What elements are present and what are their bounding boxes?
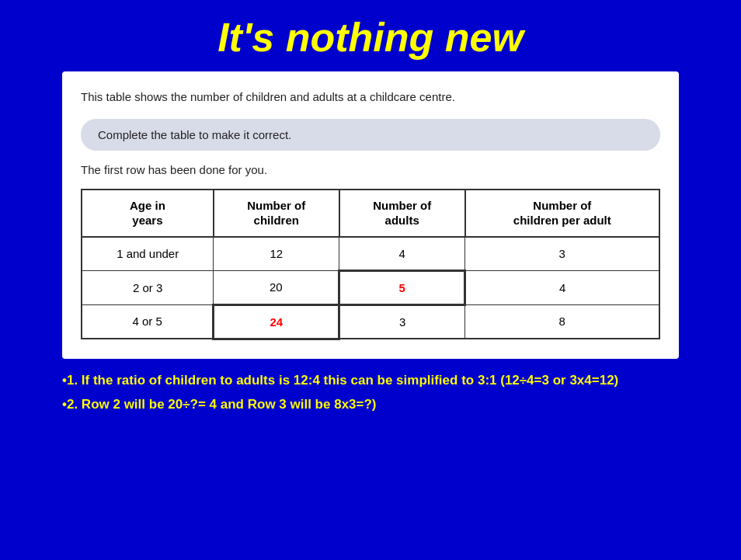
cell-age-3: 4 or 5 — [82, 304, 214, 339]
instruction-text: Complete the table to make it correct. — [98, 128, 291, 141]
cell-age-2: 2 or 3 — [82, 270, 214, 304]
cell-per-adult-1: 3 — [465, 237, 659, 271]
cell-children-3-highlight: 24 — [214, 304, 339, 339]
cell-age-1: 1 and under — [82, 237, 214, 271]
table-row: 2 or 3 20 5 4 — [82, 270, 659, 304]
table-row: 4 or 5 24 3 8 — [82, 304, 659, 339]
instruction-box: Complete the table to make it correct. — [81, 119, 660, 151]
col-header-adults: Number ofadults — [339, 190, 465, 237]
col-header-children: Number ofchildren — [214, 190, 339, 237]
page-title: It's nothing new — [0, 0, 741, 71]
first-row-note: The first row has been done for you. — [81, 163, 660, 176]
cell-per-adult-2: 4 — [465, 270, 659, 304]
cell-adults-2-highlight: 5 — [339, 270, 465, 304]
note-1: •1. If the ratio of children to adults i… — [62, 370, 679, 391]
note-2: •2. Row 2 will be 20÷?= 4 and Row 3 will… — [62, 394, 679, 415]
bottom-notes: •1. If the ratio of children to adults i… — [62, 370, 679, 415]
col-header-age: Age inyears — [82, 190, 214, 237]
data-table: Age inyears Number ofchildren Number ofa… — [81, 189, 660, 340]
col-header-per-adult: Number ofchildren per adult — [465, 190, 659, 237]
table-row: 1 and under 12 4 3 — [82, 237, 659, 271]
table-header-row: Age inyears Number ofchildren Number ofa… — [82, 190, 659, 237]
cell-children-1: 12 — [214, 237, 339, 271]
cell-adults-1: 4 — [339, 237, 465, 271]
cell-children-2: 20 — [214, 270, 339, 304]
cell-per-adult-3: 8 — [465, 304, 659, 339]
intro-text: This table shows the number of children … — [81, 89, 660, 106]
cell-adults-3: 3 — [339, 304, 465, 339]
content-card: This table shows the number of children … — [62, 71, 679, 359]
